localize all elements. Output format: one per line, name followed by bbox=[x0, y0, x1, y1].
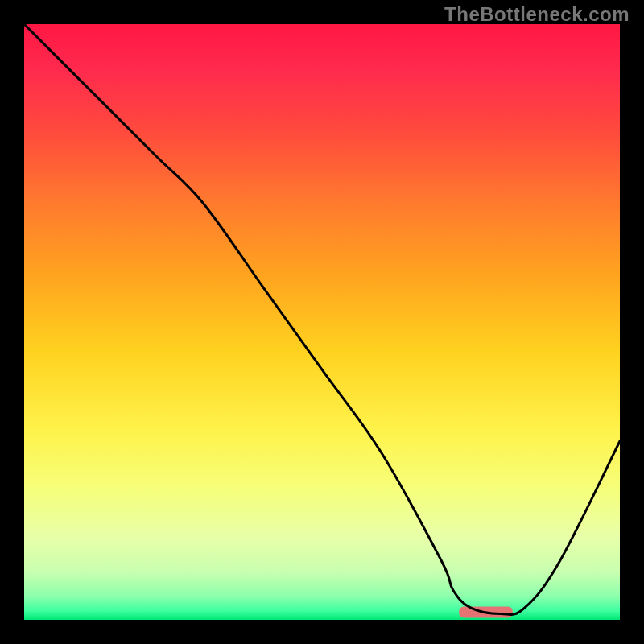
watermark-text: TheBottleneck.com bbox=[444, 3, 630, 26]
plot-area bbox=[24, 24, 620, 620]
chart-svg bbox=[24, 24, 620, 620]
chart-frame: TheBottleneck.com bbox=[0, 0, 644, 644]
